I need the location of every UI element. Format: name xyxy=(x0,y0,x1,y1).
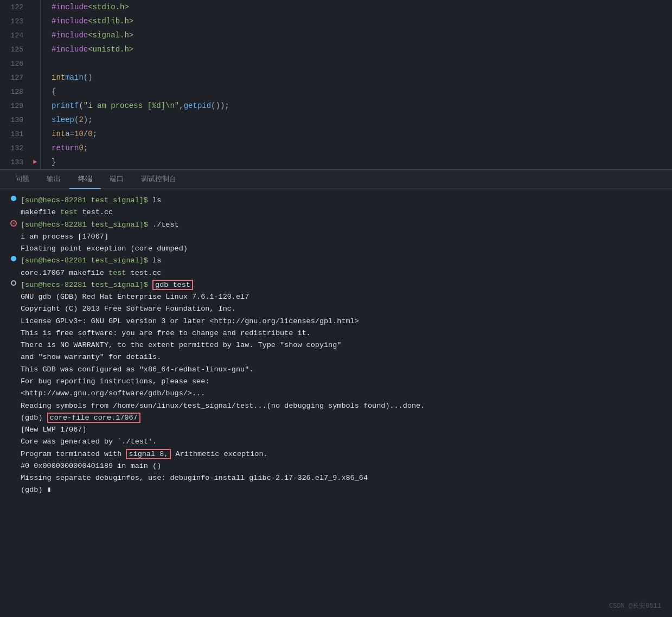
terminal-line-2: makefile test test.cc xyxy=(9,207,663,218)
terminal-text-23: #0 0x0000000000401189 in main () xyxy=(21,460,663,472)
line-num-130: 130 xyxy=(0,113,30,127)
terminal-text-13: There is NO WARRANTY, to the extent perm… xyxy=(21,339,663,351)
line-num-125: 125 xyxy=(0,42,30,56)
terminal-text-20: [New LWP 17067] xyxy=(21,424,663,436)
tab-output[interactable]: 输出 xyxy=(38,170,69,189)
terminal-text-9: GNU gdb (GDB) Red Hat Enterprise Linux 7… xyxy=(21,291,663,303)
code-line-123: 123 #include <stdlib.h> xyxy=(0,14,672,28)
code-line-125: 125 #include <unistd.h> xyxy=(0,42,672,56)
line-content-131: int a=10/0; xyxy=(41,127,672,141)
terminal-line-22: Program terminated with signal 8, Arithm… xyxy=(9,448,663,460)
line-content-124: #include <signal.h> xyxy=(41,28,672,42)
line-content-126 xyxy=(41,56,672,70)
terminal-line-25: (gdb) ▮ xyxy=(9,484,663,496)
terminal-line-16: For bug reporting instructions, please s… xyxy=(9,376,663,388)
dot-circle-1 xyxy=(11,280,16,286)
terminal-text-24: Missing separate debuginfos, use: debugi… xyxy=(21,472,663,484)
line-gutter-124 xyxy=(30,28,41,42)
terminal-line-5: Floating point exception (core dumped) xyxy=(9,243,663,255)
code-line-130: 130 sleep(2); xyxy=(0,113,672,127)
line-content-132: return 0; xyxy=(41,141,672,155)
terminal-text-4: i am process [17067] xyxy=(21,231,663,243)
code-line-129: 129 printf("i am process [%d]\n",getpid(… xyxy=(0,99,672,113)
terminal-text-3: [sun@hecs-82281 test_signal]$ ./test xyxy=(21,219,663,231)
terminal-line-1: [sun@hecs-82281 test_signal]$ ls xyxy=(9,195,663,207)
terminal-text-25: (gdb) ▮ xyxy=(21,484,663,496)
tab-ports[interactable]: 端口 xyxy=(101,170,132,189)
line-content-127: int main() xyxy=(41,70,672,85)
tab-issues[interactable]: 问题 xyxy=(7,170,38,189)
terminal-line-13: There is NO WARRANTY, to the extent perm… xyxy=(9,339,663,351)
dot-blue-2 xyxy=(11,256,16,261)
line-gutter-129 xyxy=(30,99,41,113)
terminal-line-14: and "show warranty" for details. xyxy=(9,351,663,363)
terminal-line-15: This GDB was configured as "x86_64-redha… xyxy=(9,364,663,376)
line-num-128: 128 xyxy=(0,85,30,99)
code-line-131: 131 int a=10/0; xyxy=(0,127,672,141)
terminal-text-22: Program terminated with signal 8, Arithm… xyxy=(21,448,663,460)
highlight-core-file: core-file core.17067 xyxy=(47,413,140,423)
line-content-122: #include <stdio.h> xyxy=(41,0,672,14)
watermark: CSDN @长安0511 xyxy=(609,601,661,610)
prompt-icon-1 xyxy=(9,196,18,201)
debug-arrow-icon: ► xyxy=(33,158,37,166)
terminal-line-23: #0 0x0000000000401189 in main () xyxy=(9,460,663,472)
terminal-line-4: i am process [17067] xyxy=(9,231,663,243)
terminal-text-2: makefile test test.cc xyxy=(21,207,663,218)
dot-red-x-1: ✕ xyxy=(10,220,17,227)
line-num-124: 124 xyxy=(0,28,30,42)
line-gutter-123 xyxy=(30,14,41,28)
code-line-132: 132 return 0; xyxy=(0,141,672,155)
terminal-text-6: [sun@hecs-82281 test_signal]$ ls xyxy=(21,255,663,267)
code-editor: 122 #include <stdio.h> 123 #include <std… xyxy=(0,0,672,170)
line-gutter-126 xyxy=(30,56,41,70)
line-num-126: 126 xyxy=(0,56,30,70)
line-content-130: sleep(2); xyxy=(41,113,672,127)
code-line-133: 133 ► } xyxy=(0,155,672,169)
line-num-127: 127 xyxy=(0,70,30,85)
terminal-text-21: Core was generated by `./test'. xyxy=(21,436,663,448)
line-gutter-131 xyxy=(30,127,41,141)
line-gutter-132 xyxy=(30,141,41,155)
line-num-123: 123 xyxy=(0,14,30,28)
terminal-text-8: [sun@hecs-82281 test_signal]$ gdb test xyxy=(21,279,663,291)
terminal-line-6: [sun@hecs-82281 test_signal]$ ls xyxy=(9,255,663,267)
terminal-text-1: [sun@hecs-82281 test_signal]$ ls xyxy=(21,195,663,207)
prompt-icon-6 xyxy=(9,256,18,261)
tab-terminal[interactable]: 终端 xyxy=(69,170,101,189)
prompt-icon-8 xyxy=(9,280,18,286)
line-gutter-133: ► xyxy=(30,155,41,169)
terminal-line-20: [New LWP 17067] xyxy=(9,424,663,436)
highlight-gdb-test: gdb test xyxy=(152,280,193,290)
line-gutter-125 xyxy=(30,42,41,56)
terminal-text-14: and "show warranty" for details. xyxy=(21,351,663,363)
terminal-line-11: License GPLv3+: GNU GPL version 3 or lat… xyxy=(9,316,663,327)
line-gutter-130 xyxy=(30,113,41,127)
code-line-128: 128 { xyxy=(0,85,672,99)
terminal-line-17: <http://www.gnu.org/software/gdb/bugs/>.… xyxy=(9,388,663,400)
line-content-128: { xyxy=(41,85,672,99)
terminal-text-16: For bug reporting instructions, please s… xyxy=(21,376,663,388)
terminal-line-19: (gdb) core-file core.17067 xyxy=(9,412,663,424)
terminal-line-8: [sun@hecs-82281 test_signal]$ gdb test xyxy=(9,279,663,291)
terminal-text-10: Copyright (C) 2013 Free Software Foundat… xyxy=(21,303,663,315)
panel-tabs: 问题 输出 终端 端口 调试控制台 xyxy=(0,170,672,189)
terminal-line-3: ✕ [sun@hecs-82281 test_signal]$ ./test xyxy=(9,219,663,231)
terminal-text-17: <http://www.gnu.org/software/gdb/bugs/>.… xyxy=(21,388,663,400)
code-line-127: 127 int main() xyxy=(0,70,672,85)
terminal-text-19: (gdb) core-file core.17067 xyxy=(21,412,663,424)
line-num-131: 131 xyxy=(0,127,30,141)
terminal-text-5: Floating point exception (core dumped) xyxy=(21,243,663,255)
terminal-panel[interactable]: [sun@hecs-82281 test_signal]$ ls makefil… xyxy=(0,189,672,502)
terminal-line-7: core.17067 makefile test test.cc xyxy=(9,267,663,279)
terminal-line-21: Core was generated by `./test'. xyxy=(9,436,663,448)
terminal-text-7: core.17067 makefile test test.cc xyxy=(21,267,663,279)
code-line-126: 126 xyxy=(0,56,672,70)
line-content-125: #include <unistd.h> xyxy=(41,42,672,56)
line-num-129: 129 xyxy=(0,99,30,113)
tab-debug-console[interactable]: 调试控制台 xyxy=(132,170,185,189)
terminal-line-24: Missing separate debuginfos, use: debugi… xyxy=(9,472,663,484)
prompt-icon-3: ✕ xyxy=(9,220,18,227)
code-line-124: 124 #include <signal.h> xyxy=(0,28,672,42)
line-content-123: #include <stdlib.h> xyxy=(41,14,672,28)
